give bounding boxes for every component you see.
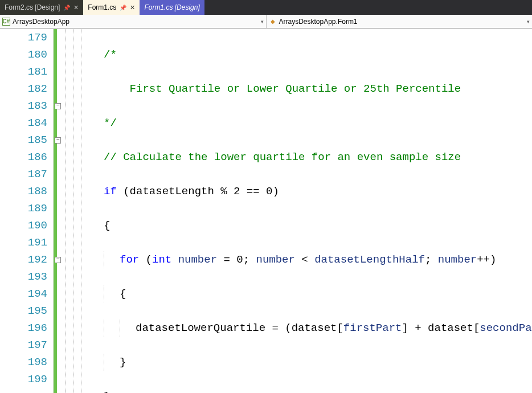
line-number: 196 [0,320,48,337]
fold-toggle[interactable]: − [55,137,61,144]
nav-bar: C# ArraysDesktopApp ▾ ◆ ArraysDesktopApp… [0,15,532,28]
identifier: datasetLengthHalf [314,253,425,266]
tab-form1-design[interactable]: Form1.cs [Design] [140,0,204,15]
line-number: 190 [0,217,48,234]
line-number: 181 [0,63,48,80]
comment: First Quartile or Lower Quartile or 25th… [130,83,461,95]
tab-label: Form1.cs [88,3,116,11]
line-number: 195 [0,302,48,320]
line-number: 198 [0,354,48,371]
line-number: 191 [0,234,48,251]
close-icon[interactable]: ✕ [130,4,135,11]
tab-strip: Form2.cs [Design] 📌 ✕ Form1.cs 📌 ✕ Form1… [0,0,532,15]
nav-class-dropdown[interactable]: ◆ ArraysDesktopApp.Form1 ▾ [267,15,533,28]
identifier: number [178,253,217,266]
csharp-project-icon: C# [2,18,10,26]
line-number: 185 [0,132,48,149]
tab-label: Form1.cs [Design] [144,3,199,11]
brace: } [104,390,110,393]
comment: /* [104,48,117,61]
fold-toggle[interactable]: − [55,103,61,109]
pin-icon[interactable]: 📌 [120,5,126,11]
close-icon[interactable]: ✕ [73,4,79,11]
line-number: 179 [0,29,48,46]
line-number: 186 [0,149,48,166]
brace: { [120,288,126,300]
comment: // Calculate the lower quartile for an e… [104,151,461,163]
line-number: 192 [0,251,48,268]
tab-label: Form2.cs [Design] [5,3,60,11]
nav-project-dropdown[interactable]: C# ArraysDesktopApp ▾ [0,15,267,28]
identifier: secondPart [480,322,532,334]
identifier: firstPart [343,322,402,334]
chevron-down-icon: ▾ [261,19,264,24]
line-number: 187 [0,166,48,183]
code-area[interactable]: /* First Quartile or Lower Quartile or 2… [104,29,532,393]
line-number: 193 [0,268,48,285]
line-number: 188 [0,183,48,200]
tab-form1-cs[interactable]: Form1.cs 📌 ✕ [83,0,140,15]
line-number: 199 [0,371,48,388]
line-number: 183 [0,97,48,114]
line-number: 197 [0,337,48,354]
line-number: 180 [0,46,48,63]
fold-toggle[interactable]: − [55,257,61,263]
code-editor[interactable]: 179 180 181 182 183 184 185 186 187 188 … [0,28,532,393]
line-number: 182 [0,80,48,97]
nav-project-label: ArraysDesktopApp [13,18,69,26]
outline-margin: − − − [57,29,104,393]
keyword: if [104,185,117,198]
brace: } [120,356,126,369]
pin-icon[interactable]: 📌 [63,5,70,11]
chevron-down-icon: ▾ [527,19,530,24]
line-number: 194 [0,285,48,302]
line-number: 189 [0,200,48,217]
line-number-gutter: 179 180 181 182 183 184 185 186 187 188 … [0,29,54,393]
class-icon: ◆ [269,18,277,26]
tab-form2-design[interactable]: Form2.cs [Design] 📌 ✕ [0,0,83,15]
comment: */ [104,117,117,129]
nav-class-label: ArraysDesktopApp.Form1 [279,18,358,26]
brace: { [104,219,110,232]
identifier: number [438,253,477,266]
identifier: number [256,253,295,266]
keyword: int [152,253,171,266]
keyword: for [120,253,139,266]
line-number: 184 [0,114,48,132]
